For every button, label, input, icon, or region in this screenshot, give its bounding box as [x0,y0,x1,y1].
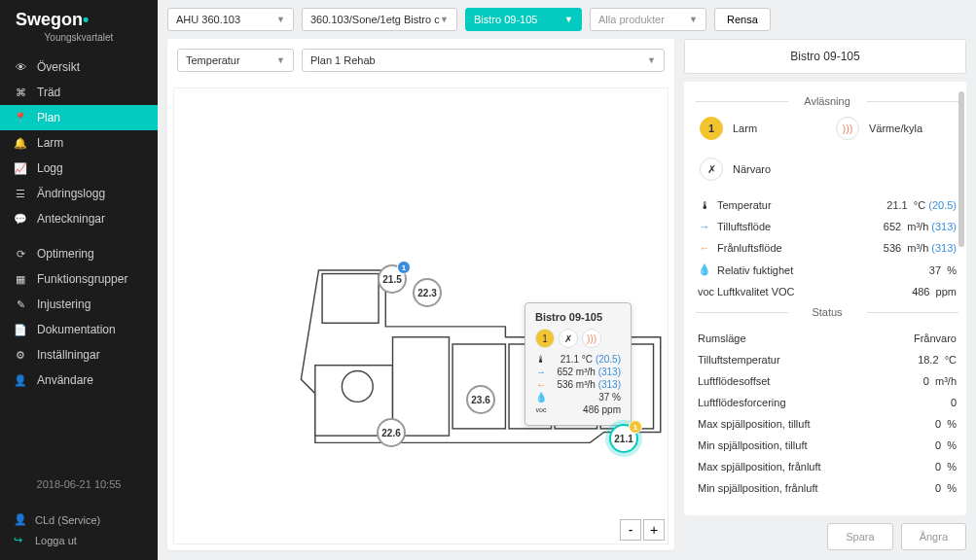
nav-icon: ⟳ [14,248,27,261]
sidebar-item-träd[interactable]: ⌘Träd [0,80,158,105]
status-label: Luftflödesoffset [698,375,918,387]
nav-icon: ☰ [14,188,27,200]
logout-label: Logga ut [35,535,77,546]
status-value: 0 m³/h [923,375,957,387]
nav-icon: 📈 [14,162,27,175]
status-label: Max spjällposition, tilluft [698,418,929,430]
nav-icon: ✎ [14,298,27,311]
logout-button[interactable]: ↪Logga ut [14,530,144,550]
reading-link[interactable]: (20.5) [928,199,957,211]
status-value: 18.2 °C [918,354,957,366]
timestamp: 2018-06-21 10:55 [14,478,144,490]
chevron-down-icon: ▼ [276,55,285,65]
reading-row-icon: ← [698,242,711,254]
floor-select[interactable]: Plan 1 Rehab▼ [302,49,665,72]
nav-icon: 🔔 [14,137,27,150]
nav-label: Träd [37,86,60,99]
room-select[interactable]: Bistro 09-105▼ [465,8,582,31]
reading-value: 37 % [929,264,957,276]
nav-label: Anteckningar [37,212,105,226]
nav-label: Ändringslogg [37,187,105,200]
zoom-out-button[interactable]: - [620,519,641,541]
nav-icon: 👤 [14,374,27,387]
floor-plan[interactable]: Bistro 09-105 1 ✗ ))) 🌡21.1 °C (20.5) →6… [173,88,669,544]
reading-row: 🌡Temperatur21.1 °C (20.5) [696,194,958,216]
tooltip-humidity: 37 % [551,392,621,402]
save-button[interactable]: Spara [827,523,892,550]
sidebar-item-anteckningar[interactable]: 💬Anteckningar [0,206,158,231]
scrollbar[interactable] [958,91,964,247]
sensor-22.3[interactable]: 22.3 [413,278,442,307]
reading-row: →Tilluftsflöde652 m³/h (313) [696,216,958,237]
tooltip-alarm-icon: 1 [535,329,555,348]
sidebar-item-ändringslogg[interactable]: ☰Ändringslogg [0,181,158,206]
zone-select[interactable]: 360.103/Sone/1etg Bistro c▼ [302,8,457,31]
status-row: Luftflödesoffset0 m³/h [696,370,958,392]
reading-link[interactable]: (313) [931,242,957,254]
zoom-in-button[interactable]: + [643,519,665,541]
sensor-21.5[interactable]: 21.51 [378,264,407,294]
reading-row: 💧Relativ fuktighet37 % [696,259,958,281]
sidebar-item-dokumentation[interactable]: 📄Dokumentation [0,317,158,342]
sensor-23.6[interactable]: 23.6 [466,385,495,414]
status-label: Min spjällposition, tilluft [698,439,929,451]
nav-label: Logg [37,161,63,175]
nav-label: Funktionsgrupper [37,272,127,286]
measure-select-label: Temperatur [186,54,240,66]
tooltip-exhaust: 536 m³/h [557,379,595,390]
nav-label: Larm [37,136,63,150]
sidebar-item-injustering[interactable]: ✎Injustering [0,292,158,317]
reading-row-icon: → [698,221,711,232]
logout-icon: ↪ [14,534,27,546]
product-select-label: Alla produkter [598,14,665,25]
nav-label: Översikt [37,60,80,74]
tooltip-voc: 486 ppm [551,404,621,415]
status-row: Min spjällposition, frånluft0 % [696,477,958,499]
sidebar-item-funktionsgrupper[interactable]: ▦Funktionsgrupper [0,266,158,292]
measure-select[interactable]: Temperatur▼ [177,49,294,72]
reading-heat[interactable]: )))Värme/kyla [836,117,933,140]
sidebar: Swegon• Youngskvartalet 👁Översikt⌘Träd📍P… [0,0,158,560]
sidebar-item-logg[interactable]: 📈Logg [0,156,158,181]
tooltip-temp-link: (20.5) [596,354,621,365]
nav-icon: ⌘ [14,87,27,99]
product-select[interactable]: Alla produkter▼ [590,8,706,31]
sidebar-item-inställningar[interactable]: ⚙Inställningar [0,342,158,368]
sensor-21.1[interactable]: 21.11 [609,424,638,453]
tooltip-presence-icon: ✗ [559,329,578,348]
reading-presence[interactable]: ✗Närvaro [700,158,797,181]
room-select-label: Bistro 09-105 [474,14,537,25]
status-list: RumslägeFrånvaroTilluftstemperatur18.2 °… [696,328,958,499]
reading-value: 536 m³/h (313) [884,242,957,254]
reading-row: ←Frånluftsflöde536 m³/h (313) [696,237,958,259]
nav-icon: ▦ [14,273,27,286]
logo-brand: Swegon [16,10,83,29]
reading-row-icon: voc [698,286,711,298]
status-value: 0 % [935,482,957,494]
status-value: 0 % [935,418,957,430]
sidebar-item-larm[interactable]: 🔔Larm [0,130,158,156]
sidebar-item-plan[interactable]: 📍Plan [0,105,158,130]
status-value: 0 % [935,461,957,472]
reading-link[interactable]: (313) [931,221,957,232]
reading-label: Relativ fuktighet [717,264,923,276]
nav-icon: 📄 [14,324,27,336]
tooltip-exhaust-link: (313) [598,379,621,390]
undo-button[interactable]: Ångra [901,523,966,550]
nav-secondary: ⟳Optimering▦Funktionsgrupper✎Injustering… [0,241,158,393]
section-reading-label: Avläsning [696,95,958,107]
logo: Swegon• Youngskvartalet [0,0,158,47]
sidebar-item-optimering[interactable]: ⟳Optimering [0,241,158,266]
ahu-select[interactable]: AHU 360.103▼ [167,8,294,31]
chevron-down-icon: ▼ [276,15,285,24]
tooltip-supply: 652 m³/h [557,367,595,377]
tooltip-heat-icon: ))) [582,329,601,348]
clear-button[interactable]: Rensa [714,8,771,31]
status-label: Luftflödesforcering [698,397,945,408]
sidebar-item-översikt[interactable]: 👁Översikt [0,54,158,80]
alarm-icon: 1 [700,117,723,140]
sidebar-item-användare[interactable]: 👤Användare [0,368,158,393]
reading-alarm[interactable]: 1Larm [700,117,797,140]
sensor-22.6[interactable]: 22.6 [377,418,406,447]
humidity-icon: 💧 [535,392,547,402]
